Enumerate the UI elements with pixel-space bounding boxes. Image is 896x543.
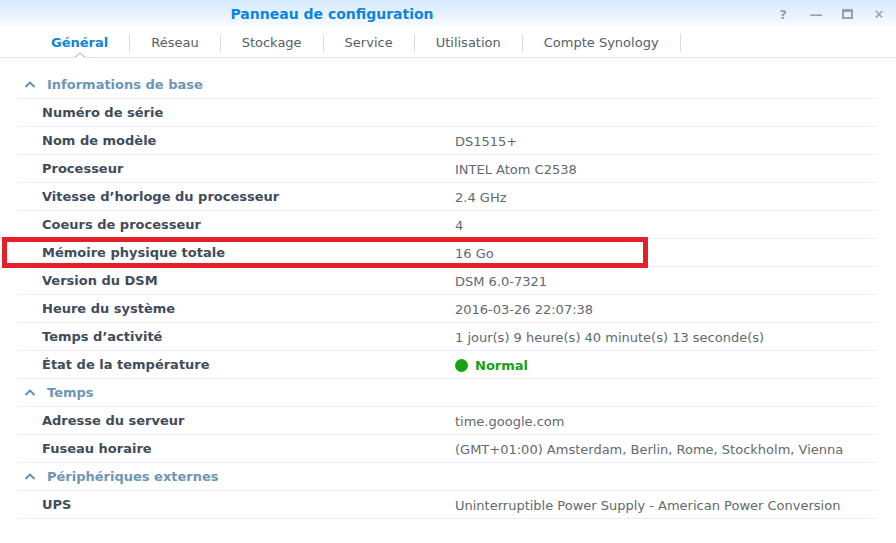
table-row-temperature-status: État de la température Normal	[18, 351, 877, 379]
table-row-physical-memory: Mémoire physique totale 16 Go	[18, 239, 877, 267]
section-title: Temps	[47, 385, 94, 400]
row-label: Vitesse d’horloge du processeur	[18, 189, 279, 204]
minimize-icon[interactable]: —	[809, 8, 823, 21]
table-row-timezone: Fuseau horaire (GMT+01:00) Amsterdam, Be…	[18, 435, 877, 463]
row-label: Adresse du serveur	[18, 413, 184, 428]
table-row-server-address: Adresse du serveur time.google.com	[18, 407, 877, 435]
row-label: Version du DSM	[18, 273, 158, 288]
table-row-cpu: Processeur INTEL Atom C2538	[18, 155, 877, 183]
row-label: Heure du système	[18, 301, 175, 316]
row-label: Temps d’activité	[18, 329, 162, 344]
general-info-panel: Informations de base Numéro de série Nom…	[0, 58, 896, 519]
tab-utilisation[interactable]: Utilisation	[415, 28, 522, 57]
titlebar: Panneau de configuration ? — ✕	[0, 0, 896, 28]
table-row-ups: UPS Uninterruptible Power Supply - Ameri…	[18, 491, 877, 519]
row-label: Coeurs de processeur	[18, 217, 201, 232]
window-controls: ? — ✕	[776, 0, 886, 28]
table-row-cpu-clock: Vitesse d’horloge du processeur 2.4 GHz	[18, 183, 877, 211]
row-value: 2016-03-26 22:07:38	[455, 295, 593, 323]
row-value: 2.4 GHz	[455, 183, 506, 211]
help-icon[interactable]: ?	[776, 8, 790, 21]
tab-separator	[680, 34, 681, 52]
row-value: DS1515+	[455, 127, 517, 155]
chevron-up-icon	[24, 389, 36, 397]
chevron-up-icon	[24, 473, 36, 481]
row-value: 4	[455, 211, 463, 239]
status-badge: Normal	[455, 351, 528, 379]
row-label: Numéro de série	[18, 105, 163, 120]
status-dot-icon	[455, 359, 468, 372]
tab-reseau[interactable]: Réseau	[130, 28, 219, 57]
tab-general[interactable]: Général	[30, 28, 129, 57]
row-label: Fuseau horaire	[18, 441, 152, 456]
tab-stockage[interactable]: Stockage	[221, 28, 323, 57]
row-value: DSM 6.0-7321	[455, 267, 547, 295]
window-title: Panneau de configuration	[0, 0, 664, 28]
row-value: 16 Go	[455, 239, 494, 267]
row-label: Processeur	[18, 161, 123, 176]
close-icon[interactable]: ✕	[872, 8, 886, 21]
row-label: Mémoire physique totale	[18, 245, 225, 260]
tab-bar: Général Réseau Stockage Service Utilisat…	[0, 28, 896, 58]
row-label: UPS	[18, 497, 71, 512]
tab-service[interactable]: Service	[324, 28, 414, 57]
table-row-cpu-cores: Coeurs de processeur 4	[18, 211, 877, 239]
table-row-model-name: Nom de modèle DS1515+	[18, 127, 877, 155]
table-row-system-time: Heure du système 2016-03-26 22:07:38	[18, 295, 877, 323]
row-value: 1 jour(s) 9 heure(s) 40 minute(s) 13 sec…	[455, 323, 764, 351]
section-title: Périphériques externes	[47, 469, 219, 484]
row-value: time.google.com	[455, 407, 564, 435]
tab-compte-synology[interactable]: Compte Synology	[523, 28, 680, 57]
maximize-icon[interactable]	[842, 9, 853, 19]
row-label: Nom de modèle	[18, 133, 156, 148]
chevron-up-icon	[24, 81, 36, 89]
table-row-dsm-version: Version du DSM DSM 6.0-7321	[18, 267, 877, 295]
control-panel-window: Panneau de configuration ? — ✕ Général R…	[0, 0, 896, 543]
table-row-uptime: Temps d’activité 1 jour(s) 9 heure(s) 40…	[18, 323, 877, 351]
row-value: INTEL Atom C2538	[455, 155, 577, 183]
section-header-temps[interactable]: Temps	[18, 379, 877, 407]
row-value: (GMT+01:00) Amsterdam, Berlin, Rome, Sto…	[455, 435, 843, 463]
row-value: Uninterruptible Power Supply - American …	[455, 491, 840, 519]
section-header-peripheriques-externes[interactable]: Périphériques externes	[18, 463, 877, 491]
section-title: Informations de base	[47, 77, 203, 92]
row-label: État de la température	[18, 357, 210, 372]
status-text: Normal	[475, 358, 528, 373]
table-row-serial-number: Numéro de série	[18, 99, 877, 127]
section-header-informations-de-base[interactable]: Informations de base	[18, 71, 877, 99]
